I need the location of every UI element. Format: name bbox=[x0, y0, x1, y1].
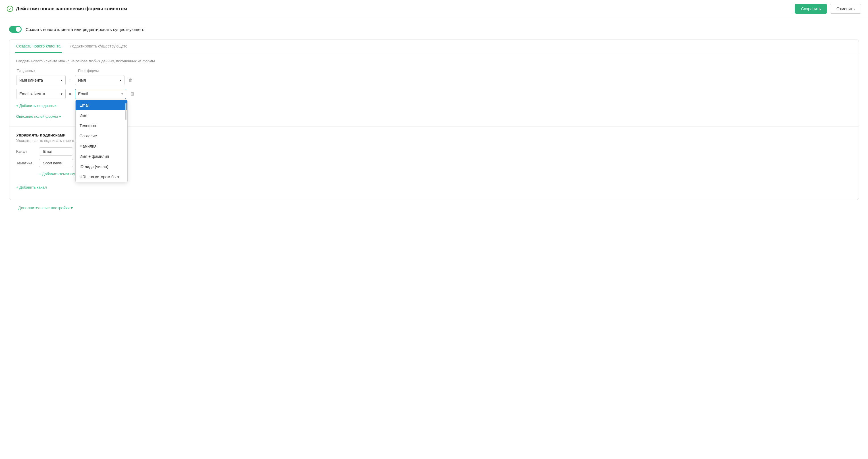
mapping-row-2: Email клиента ▾ = Email ▾ Email Имя Теле… bbox=[16, 89, 852, 99]
header-actions: Сохранить Отменить bbox=[795, 4, 861, 13]
equals-sign-1: = bbox=[68, 78, 73, 83]
page-title: Действия после заполнения формы клиентом bbox=[16, 6, 127, 12]
toggle-knob bbox=[16, 27, 21, 32]
tab-edit-client[interactable]: Редактировать существующего bbox=[68, 40, 129, 53]
form-description-link[interactable]: Описание полей формы ▾ bbox=[16, 114, 61, 119]
mapping-row-1: Имя клиента ▾ = Имя ▾ 🗑 bbox=[16, 75, 852, 85]
form-field-dropdown: Email Имя Телефон Согласие Фамилия Имя +… bbox=[75, 100, 128, 182]
data-type-select-1[interactable]: Имя клиента ▾ bbox=[16, 75, 66, 85]
main-card: Создать нового клиента Редактировать сущ… bbox=[9, 39, 859, 200]
additional-settings-section: Дополнительные настройки ▾ bbox=[9, 200, 859, 210]
label-data-type: Тип данных bbox=[17, 69, 66, 73]
dropdown-scrollbar bbox=[125, 103, 126, 120]
topic-value[interactable]: Sport news bbox=[39, 159, 73, 167]
page-header: ✓ Действия после заполнения формы клиент… bbox=[0, 0, 868, 18]
header-left: ✓ Действия после заполнения формы клиент… bbox=[7, 6, 127, 12]
dropdown-item-lead-id[interactable]: ID лида (число) bbox=[75, 162, 127, 172]
body-content: Создать нового клиента или редактировать… bbox=[0, 18, 868, 218]
channel-value[interactable]: Email bbox=[39, 147, 73, 155]
toggle-label: Создать нового клиента или редактировать… bbox=[26, 27, 144, 32]
form-field-value-2: Email bbox=[78, 92, 88, 96]
save-button[interactable]: Сохранить bbox=[795, 4, 827, 13]
add-channel-button[interactable]: + Добавить канал bbox=[16, 185, 46, 190]
dropdown-item-url[interactable]: URL, на котором был bbox=[75, 172, 127, 182]
form-field-value-1: Имя bbox=[78, 78, 86, 83]
create-client-toggle[interactable] bbox=[9, 26, 22, 33]
add-topic-button[interactable]: + Добавить тематику bbox=[39, 172, 75, 176]
dropdown-item-consent[interactable]: Согласие bbox=[75, 131, 127, 141]
chevron-down-icon-1: ▾ bbox=[61, 79, 63, 82]
toggle-row: Создать нового клиента или редактировать… bbox=[9, 26, 859, 33]
tab-create-client[interactable]: Создать нового клиента bbox=[15, 40, 62, 53]
channel-label: Канал bbox=[16, 149, 35, 153]
topic-label: Тематика bbox=[16, 161, 35, 165]
status-icon: ✓ bbox=[7, 6, 13, 12]
dropdown-item-surname[interactable]: Фамилия bbox=[75, 141, 127, 151]
dropdown-item-phone[interactable]: Телефон bbox=[75, 121, 127, 131]
dropdown-item-fullname[interactable]: Имя + фамилия bbox=[75, 151, 127, 162]
equals-sign-2: = bbox=[68, 92, 73, 96]
create-client-tab-content: Создать нового клиента можно на основе л… bbox=[9, 53, 859, 126]
delete-row-2-button[interactable]: 🗑 bbox=[128, 90, 136, 98]
cancel-button[interactable]: Отменить bbox=[830, 4, 861, 13]
chevron-down-icon-4: ▾ bbox=[121, 92, 123, 96]
delete-row-1-button[interactable]: 🗑 bbox=[127, 76, 135, 84]
form-field-select-1[interactable]: Имя ▾ bbox=[75, 75, 124, 85]
data-type-value-2: Email клиента bbox=[19, 92, 45, 96]
additional-settings-button[interactable]: Дополнительные настройки ▾ bbox=[18, 206, 73, 210]
field-labels: Тип данных Поле формы bbox=[16, 69, 852, 73]
additional-settings-label: Дополнительные настройки bbox=[18, 206, 70, 210]
subscription-subtitle: Укажите, на что подписать клиентa bbox=[16, 139, 852, 143]
chevron-down-icon-desc: ▾ bbox=[59, 114, 61, 119]
chevron-down-icon-3: ▾ bbox=[61, 92, 63, 96]
form-description-label: Описание полей формы bbox=[16, 114, 58, 119]
dropdown-item-email[interactable]: Email bbox=[75, 100, 127, 110]
data-type-select-2[interactable]: Email клиента ▾ bbox=[16, 89, 66, 99]
channel-row: Канал Email bbox=[16, 147, 852, 155]
subscription-title: Управлять подписками bbox=[16, 133, 852, 137]
tab-description: Создать нового клиента можно на основе л… bbox=[16, 59, 852, 63]
data-type-value-1: Имя клиента bbox=[19, 78, 43, 83]
chevron-down-icon-2: ▾ bbox=[120, 79, 121, 82]
topic-row: Тематика Sport news bbox=[16, 159, 852, 167]
form-field-select-2[interactable]: Email ▾ Email Имя Телефон Согласие Фамил… bbox=[75, 89, 126, 99]
tabs-container: Создать нового клиента Редактировать сущ… bbox=[9, 40, 859, 53]
add-data-type-button[interactable]: + Добавить тип данных bbox=[16, 104, 56, 108]
label-form-field: Поле формы bbox=[78, 69, 129, 73]
dropdown-item-name[interactable]: Имя bbox=[75, 110, 127, 121]
chevron-down-icon-additional: ▾ bbox=[71, 206, 73, 210]
subscription-section: Управлять подписками Укажите, на что под… bbox=[9, 127, 859, 200]
